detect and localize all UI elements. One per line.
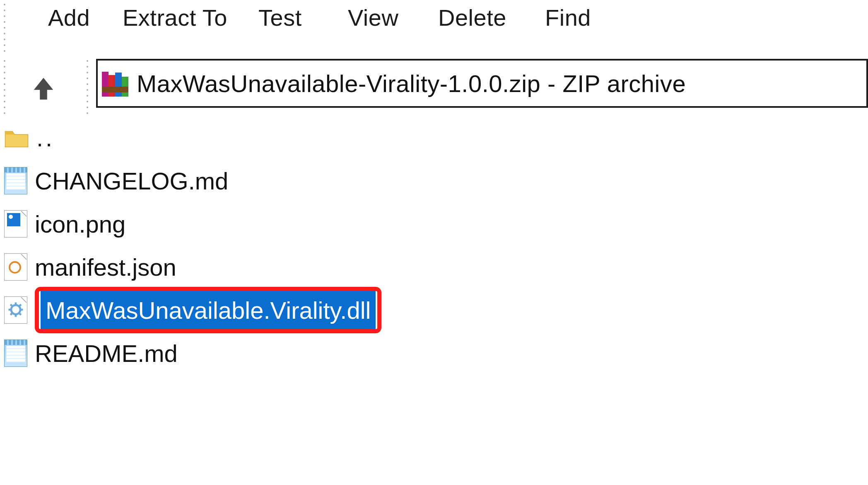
toolbar-grip[interactable] (0, 0, 9, 54)
json-file-icon (4, 253, 27, 281)
up-arrow-icon (29, 73, 58, 102)
file-row-dll[interactable]: MaxWasUnavailable.Virality.dll (0, 289, 868, 332)
svg-line-7 (10, 313, 12, 315)
svg-point-0 (11, 305, 20, 314)
file-name: CHANGELOG.md (35, 167, 228, 195)
delete-button[interactable]: Delete (438, 4, 506, 31)
file-row-readme[interactable]: README.md (0, 332, 868, 375)
file-row-changelog[interactable]: CHANGELOG.md (0, 159, 868, 202)
toolbar: Add Extract To Test View Delete Find (0, 0, 868, 54)
test-button[interactable]: Test (258, 4, 302, 31)
dll-file-icon (4, 296, 27, 324)
winrar-icon (102, 70, 128, 97)
file-name: MaxWasUnavailable.Virality.dll (41, 291, 376, 329)
up-one-level-button[interactable] (25, 69, 62, 106)
nav-grip-1[interactable] (0, 56, 9, 114)
text-file-icon (4, 340, 27, 367)
archive-path: MaxWasUnavailable-Virality-1.0.0.zip - Z… (137, 70, 686, 97)
image-file-icon (4, 210, 27, 238)
address-bar[interactable]: MaxWasUnavailable-Virality-1.0.0.zip - Z… (96, 59, 868, 108)
file-list: .. CHANGELOG.md icon.png manifest.json M… (0, 112, 868, 375)
svg-line-5 (10, 304, 12, 306)
file-name: .. (36, 124, 55, 152)
extract-to-button[interactable]: Extract To (123, 4, 227, 31)
view-button[interactable]: View (348, 4, 398, 31)
file-row-icon-png[interactable]: icon.png (0, 202, 868, 245)
file-row-parent[interactable]: .. (0, 116, 868, 159)
text-file-icon (4, 167, 27, 194)
selection-highlight: MaxWasUnavailable.Virality.dll (35, 287, 381, 333)
svg-line-8 (19, 304, 21, 306)
file-name: README.md (35, 340, 178, 367)
add-button[interactable]: Add (48, 4, 90, 31)
file-name: manifest.json (35, 253, 176, 281)
file-name: icon.png (35, 210, 125, 238)
file-row-manifest[interactable]: manifest.json (0, 245, 868, 289)
folder-icon (4, 125, 29, 150)
svg-line-6 (19, 313, 21, 315)
address-row: MaxWasUnavailable-Virality-1.0.0.zip - Z… (0, 54, 868, 112)
nav-grip-2[interactable] (83, 56, 92, 114)
find-button[interactable]: Find (545, 4, 591, 31)
